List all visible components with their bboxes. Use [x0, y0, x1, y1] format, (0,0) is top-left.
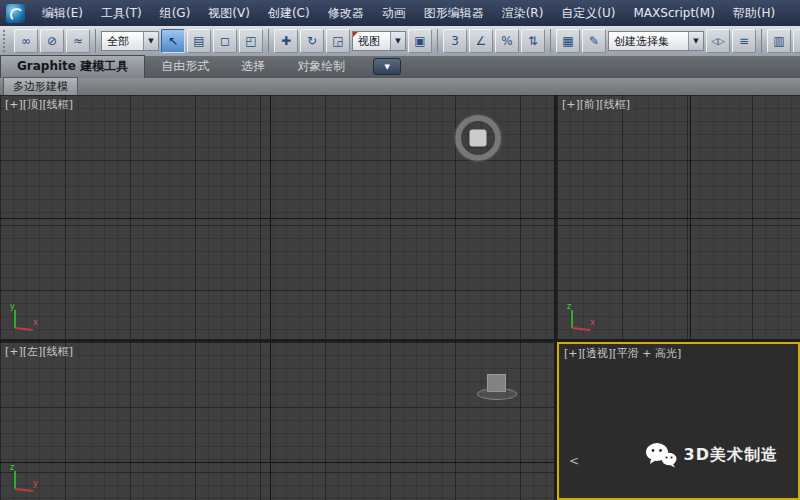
viewport-top[interactable]: [+][顶][线框] y x: [0, 95, 554, 339]
scene-ring-object[interactable]: [455, 115, 501, 161]
chevron-down-icon[interactable]: ▼: [688, 32, 703, 50]
select-and-scale-icon[interactable]: ◲: [326, 29, 350, 53]
selection-filter-dropdown[interactable]: 全部 ▼: [101, 31, 159, 51]
modeling-sub-tab-bar: 多边形建模: [0, 78, 800, 95]
chevron-down-icon[interactable]: ▼: [390, 32, 405, 50]
mirror-icon[interactable]: ◁▷: [706, 29, 730, 53]
grid-origin-vertical: [270, 342, 271, 500]
menu-customize[interactable]: 自定义(U): [552, 0, 624, 26]
toolbar-separator: [437, 29, 438, 53]
menu-rendering[interactable]: 渲染(R): [493, 0, 553, 26]
tab-object-paint[interactable]: 对象绘制: [281, 56, 361, 78]
angle-snap-icon[interactable]: ∠: [469, 29, 493, 53]
chevron-down-icon[interactable]: ▼: [143, 32, 158, 50]
axis-tripod-gizmo: z y: [6, 463, 40, 497]
axis-tripod-gizmo: z x: [563, 302, 597, 336]
toolbar-separator: [95, 29, 96, 53]
menu-group[interactable]: 组(G): [151, 0, 200, 26]
menu-animation[interactable]: 动画: [373, 0, 415, 26]
select-by-name-icon[interactable]: ▤: [187, 29, 211, 53]
layer-manager-icon[interactable]: ▥: [767, 29, 791, 53]
named-selection-set-value: 创建选择集: [614, 34, 669, 49]
viewport-perspective-label[interactable]: [+][透视][平滑 + 高光]: [564, 346, 681, 361]
svg-text:z: z: [567, 302, 571, 311]
svg-text:x: x: [33, 318, 38, 327]
menu-graph-editors[interactable]: 图形编辑器: [415, 0, 493, 26]
toolbar-drag-handle[interactable]: [3, 30, 9, 52]
bind-to-space-warp-icon[interactable]: ≈: [66, 29, 90, 53]
ribbon-tab-bar: Graphite 建模工具 自由形式 选择 对象绘制 ▼: [0, 57, 800, 78]
viewport-front[interactable]: [+][前][线框] z x: [557, 95, 800, 339]
tab-selection[interactable]: 选择: [225, 56, 281, 78]
reference-coordinate-value: 视图: [358, 34, 380, 49]
app-logo-icon[interactable]: [6, 4, 25, 23]
keyboard-override-icon[interactable]: ▦: [556, 29, 580, 53]
menu-edit[interactable]: 编辑(E): [33, 0, 92, 26]
viewport-left[interactable]: [+][左][线框] z y: [0, 342, 554, 500]
wechat-logo-icon: [645, 442, 677, 468]
grid-origin-horizontal: [557, 218, 800, 219]
reference-coordinate-dropdown[interactable]: 视图 ▼: [352, 31, 406, 51]
toolbar-separator: [268, 29, 269, 53]
select-and-move-icon[interactable]: ✚: [274, 29, 298, 53]
toolbar-separator: [761, 29, 762, 53]
watermark: 3D美术制造: [645, 442, 778, 468]
edit-named-selection-icon[interactable]: ✎: [582, 29, 606, 53]
select-object-icon[interactable]: ↖: [161, 29, 185, 53]
window-crossing-icon[interactable]: ◰: [239, 29, 263, 53]
viewport-front-label[interactable]: [+][前][线框]: [562, 97, 630, 112]
menu-create[interactable]: 创建(C): [259, 0, 319, 26]
toggle-ribbon-icon[interactable]: ▬: [793, 29, 800, 53]
grid-origin-vertical: [270, 95, 271, 339]
scene-ellipse-object[interactable]: [477, 388, 517, 400]
main-toolbar: ∞ ⊘ ≈ 全部 ▼ ↖ ▤ ◻ ◰ ✚ ↻ ◲ 视图 ▼ ▣ 3 ∠ % ⇅ …: [0, 26, 800, 57]
svg-text:y: y: [10, 302, 15, 311]
menu-views[interactable]: 视图(V): [199, 0, 259, 26]
axis-tripod-gizmo: y x: [6, 302, 40, 336]
menu-help[interactable]: 帮助(H): [724, 0, 784, 26]
menu-tools[interactable]: 工具(T): [92, 0, 151, 26]
select-and-link-icon[interactable]: ∞: [14, 29, 38, 53]
viewport-left-label[interactable]: [+][左][线框]: [5, 344, 73, 359]
rectangular-selection-region-icon[interactable]: ◻: [213, 29, 237, 53]
svg-text:z: z: [10, 463, 14, 472]
select-and-rotate-icon[interactable]: ↻: [300, 29, 324, 53]
world-axis-corner: <: [569, 454, 579, 468]
tab-freeform[interactable]: 自由形式: [145, 56, 225, 78]
watermark-text: 3D美术制造: [684, 445, 778, 466]
viewport-top-label[interactable]: [+][顶][线框]: [5, 97, 73, 112]
svg-text:x: x: [590, 318, 595, 327]
grid-origin-horizontal: [0, 218, 554, 219]
spinner-snap-icon[interactable]: ⇅: [521, 29, 545, 53]
grid-origin-horizontal: [0, 462, 554, 463]
grid-origin-vertical: [690, 95, 691, 339]
named-selection-set-dropdown[interactable]: 创建选择集 ▼: [608, 31, 704, 51]
viewport-area: [+][顶][线框] y x [+][前][线框] z x [+][左][线框]: [0, 95, 800, 500]
percent-snap-icon[interactable]: %: [495, 29, 519, 53]
tab-polygon-modeling[interactable]: 多边形建模: [3, 77, 78, 95]
snap-toggle-3d-icon[interactable]: 3: [443, 29, 467, 53]
menu-bar: 编辑(E) 工具(T) 组(G) 视图(V) 创建(C) 修改器 动画 图形编辑…: [0, 0, 800, 26]
viewport-perspective-active[interactable]: [+][透视][平滑 + 高光] < 3D美术制造: [557, 342, 800, 500]
toolbar-separator: [550, 29, 551, 53]
tab-graphite-modeling[interactable]: Graphite 建模工具: [0, 55, 145, 78]
svg-text:y: y: [33, 479, 38, 488]
unlink-selection-icon[interactable]: ⊘: [40, 29, 64, 53]
ribbon-minimize-dropdown[interactable]: ▼: [373, 58, 401, 75]
menu-modifiers[interactable]: 修改器: [319, 0, 373, 26]
selection-filter-value: 全部: [107, 34, 129, 49]
menu-maxscript[interactable]: MAXScript(M): [625, 0, 724, 26]
align-icon[interactable]: ≡: [732, 29, 756, 53]
use-pivot-point-icon[interactable]: ▣: [408, 29, 432, 53]
